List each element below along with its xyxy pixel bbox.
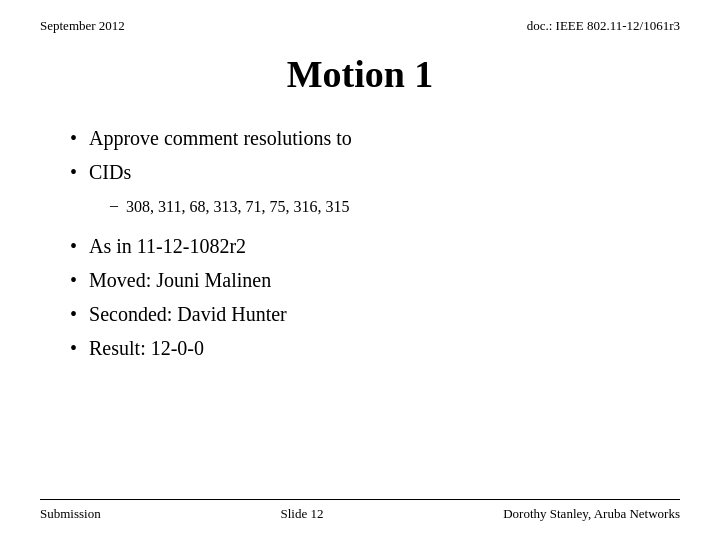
sub-bullet-item: – 308, 311, 68, 313, 71, 75, 316, 315: [110, 196, 680, 218]
header-date: September 2012: [40, 18, 125, 34]
bullet-text-5: Seconded: David Hunter: [89, 300, 287, 328]
bullet-text-2: CIDs: [89, 158, 131, 186]
content-area: • Approve comment resolutions to • CIDs …: [40, 124, 680, 499]
bullet-item-3: • As in 11-12-1082r2: [70, 232, 680, 260]
lower-bullets: • As in 11-12-1082r2 • Moved: Jouni Mali…: [70, 232, 680, 362]
bullet-dot-4: •: [70, 266, 77, 294]
bullet-item-1: • Approve comment resolutions to: [70, 124, 680, 152]
slide-title: Motion 1: [287, 53, 434, 95]
bullet-text-3: As in 11-12-1082r2: [89, 232, 246, 260]
footer: Submission Slide 12 Dorothy Stanley, Aru…: [40, 499, 680, 522]
bullet-item-5: • Seconded: David Hunter: [70, 300, 680, 328]
bullet-dot-1: •: [70, 124, 77, 152]
header: September 2012 doc.: IEEE 802.11-12/1061…: [40, 18, 680, 34]
top-bullets: • Approve comment resolutions to • CIDs: [70, 124, 680, 186]
sub-text: 308, 311, 68, 313, 71, 75, 316, 315: [126, 196, 349, 218]
bullet-text-1: Approve comment resolutions to: [89, 124, 352, 152]
footer-submission: Submission: [40, 506, 101, 522]
title-section: Motion 1: [40, 52, 680, 96]
footer-author: Dorothy Stanley, Aruba Networks: [503, 506, 680, 522]
bullet-dot-5: •: [70, 300, 77, 328]
bullet-item-6: • Result: 12-0-0: [70, 334, 680, 362]
bullet-item-2: • CIDs: [70, 158, 680, 186]
bullet-text-6: Result: 12-0-0: [89, 334, 204, 362]
bullet-dot-6: •: [70, 334, 77, 362]
bullet-item-4: • Moved: Jouni Malinen: [70, 266, 680, 294]
bullet-dot-2: •: [70, 158, 77, 186]
bullet-dot-3: •: [70, 232, 77, 260]
sub-dash: –: [110, 196, 118, 214]
bullet-text-4: Moved: Jouni Malinen: [89, 266, 271, 294]
slide: September 2012 doc.: IEEE 802.11-12/1061…: [0, 0, 720, 540]
header-doc: doc.: IEEE 802.11-12/1061r3: [527, 18, 680, 34]
footer-slide-number: Slide 12: [280, 506, 323, 522]
